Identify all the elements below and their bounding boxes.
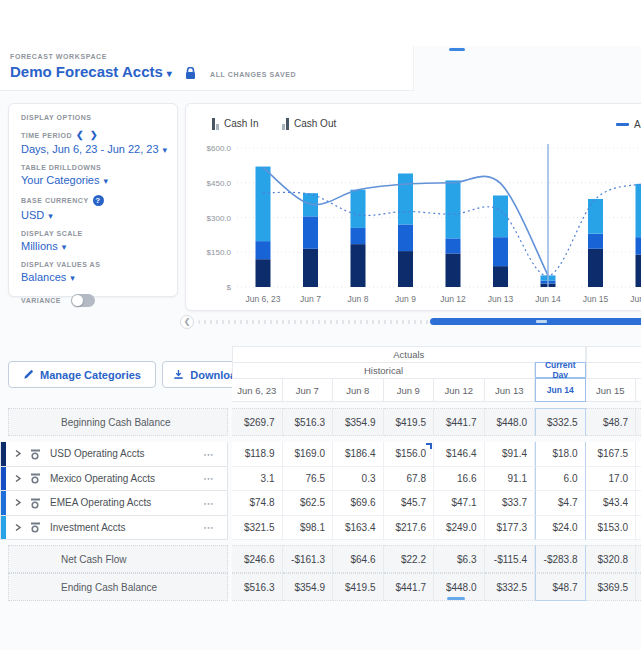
table-cell[interactable]: $4.7 <box>535 491 586 516</box>
table-cell[interactable]: $18.0 <box>535 442 586 467</box>
bar-segment-mid[interactable] <box>256 241 271 259</box>
table-cell[interactable]: 67.8 <box>384 467 435 492</box>
top-scroll-thumb[interactable] <box>449 48 465 51</box>
table-cell[interactable]: 17.0 <box>586 467 637 492</box>
group-header-empty <box>586 346 641 362</box>
table-cell[interactable] <box>636 442 641 467</box>
comment-flag-icon[interactable] <box>426 443 432 449</box>
table-cell[interactable]: $186.4 <box>333 442 384 467</box>
bar-segment-light[interactable] <box>446 180 461 238</box>
table-cell[interactable] <box>636 491 641 516</box>
variance-toggle[interactable] <box>71 294 95 307</box>
table-cell[interactable]: $91.4 <box>485 442 536 467</box>
bar-segment-mid[interactable] <box>636 237 641 254</box>
bar-segment-mid[interactable] <box>398 224 413 251</box>
legend-cash-in[interactable]: Cash In <box>212 117 258 130</box>
bar-segment-dark[interactable] <box>588 249 603 287</box>
table-cell[interactable]: $45.7 <box>384 491 435 516</box>
time-period-prev-next[interactable]: ❮ ❯ <box>76 130 100 140</box>
table-cell[interactable]: $43.4 <box>586 491 637 516</box>
time-period-dropdown[interactable]: Days, Jun 6, 23 - Jun 22, 23▾ <box>21 143 165 155</box>
table-cell[interactable]: 6.0 <box>535 467 586 492</box>
bar-segment-mid[interactable] <box>446 238 461 253</box>
table-cell[interactable]: $47.1 <box>434 491 485 516</box>
table-cell[interactable]: $163.4 <box>333 516 384 541</box>
table-cell[interactable] <box>636 516 641 541</box>
category-row-label[interactable]: Mexico Operating Accts <box>50 473 155 484</box>
forecast-table: Actuals Historical Current Day Jun 6, 23… <box>0 346 641 601</box>
bar-segment-light[interactable] <box>256 167 271 242</box>
table-cell[interactable]: $153.0 <box>586 516 637 541</box>
bar-segment-dark[interactable] <box>446 253 461 287</box>
bar-segment-dark[interactable] <box>493 266 508 287</box>
table-cell[interactable]: $249.0 <box>434 516 485 541</box>
row-menu-icon[interactable]: ●●● <box>204 500 214 505</box>
chevron-down-icon: ▾ <box>163 145 168 155</box>
table-cell[interactable]: 76.5 <box>283 467 334 492</box>
display-scale-dropdown[interactable]: Millions▾ <box>21 240 165 252</box>
x-tick-label: Jun 13 <box>488 294 514 304</box>
table-cell[interactable]: 91.1 <box>485 467 536 492</box>
lock-icon <box>185 66 196 84</box>
table-cell[interactable]: $217.6 <box>384 516 435 541</box>
table-cell[interactable] <box>636 467 641 492</box>
table-cell[interactable]: $169.0 <box>283 442 334 467</box>
bar-segment-dark[interactable] <box>256 259 271 287</box>
chevron-down-icon: ▾ <box>62 242 67 252</box>
table-cell[interactable]: $69.6 <box>333 491 384 516</box>
x-tick-label: Jun 16 <box>630 294 641 304</box>
category-row-label[interactable]: USD Operating Accts <box>50 448 144 459</box>
bar-segment-mid[interactable] <box>303 216 318 248</box>
table-cell <box>636 573 641 601</box>
bar-segment-mid[interactable] <box>493 237 508 266</box>
table-cell[interactable]: $118.9 <box>232 442 283 467</box>
table-cell[interactable]: 16.6 <box>434 467 485 492</box>
table-cell[interactable]: 0.3 <box>333 467 384 492</box>
category-row-label[interactable]: EMEA Operating Accts <box>50 497 151 508</box>
table-cell[interactable]: 3.1 <box>232 467 283 492</box>
expand-chevron-icon[interactable] <box>14 498 22 507</box>
table-cell[interactable]: $74.8 <box>232 491 283 516</box>
category-row-label[interactable]: Investment Accts <box>50 522 126 533</box>
bar-segment-dark[interactable] <box>398 251 413 287</box>
table-cell[interactable]: $146.4 <box>434 442 485 467</box>
bar-segment-dark[interactable] <box>351 244 366 287</box>
table-cell[interactable]: $156.0 <box>384 442 435 467</box>
table-cell[interactable]: $167.5 <box>586 442 637 467</box>
row-menu-icon[interactable]: ●●● <box>204 525 214 530</box>
bar-segment-light[interactable] <box>398 173 413 224</box>
expand-chevron-icon[interactable] <box>14 449 22 458</box>
bar-segment-light[interactable] <box>351 190 366 228</box>
bar-segment-light[interactable] <box>588 199 603 234</box>
date-column-header: Jun 6, 23 <box>232 378 283 402</box>
base-currency-dropdown[interactable]: USD▾ <box>21 209 165 221</box>
display-values-label: DISPLAY VALUES AS <box>21 261 165 268</box>
help-icon[interactable]: ? <box>93 195 104 206</box>
bar-segment-mid[interactable] <box>588 234 603 249</box>
bar-segment-dark[interactable] <box>303 249 318 287</box>
expand-chevron-icon[interactable] <box>14 474 22 483</box>
display-values-dropdown[interactable]: Balances▾ <box>21 271 165 283</box>
bar-segment-dark[interactable] <box>636 255 641 287</box>
table-cell: $419.5 <box>384 408 435 436</box>
cash-flow-chart[interactable]: $$150.0$300.0$450.0$600.0Jun 6, 23Jun 7J… <box>201 140 641 310</box>
table-cell[interactable]: $62.5 <box>283 491 334 516</box>
table-cell[interactable]: $321.5 <box>232 516 283 541</box>
workspace-title-dropdown[interactable]: Demo Forecast Accts▾ <box>10 63 172 80</box>
legend-cash-out[interactable]: Cash Out <box>282 117 336 130</box>
row-menu-icon[interactable]: ●●● <box>204 451 214 456</box>
table-cell[interactable]: $24.0 <box>535 516 586 541</box>
bar-segment-mid[interactable] <box>351 228 366 244</box>
table-cell[interactable]: $98.1 <box>283 516 334 541</box>
toggle-knob <box>72 295 83 306</box>
table-drilldowns-dropdown[interactable]: Your Categories▾ <box>21 174 165 186</box>
chart-scroll-left-button[interactable]: ❮ <box>180 315 194 329</box>
expand-chevron-icon[interactable] <box>14 523 22 532</box>
legend-actuals[interactable]: Actuals <box>616 118 641 131</box>
table-scroll-thumb[interactable] <box>447 597 465 600</box>
table-cell[interactable]: $177.3 <box>485 516 536 541</box>
table-cell[interactable]: $33.7 <box>485 491 536 516</box>
row-menu-icon[interactable]: ●●● <box>204 476 214 481</box>
table-cell: $441.7 <box>384 573 435 601</box>
bar-segment-light[interactable] <box>636 184 641 237</box>
